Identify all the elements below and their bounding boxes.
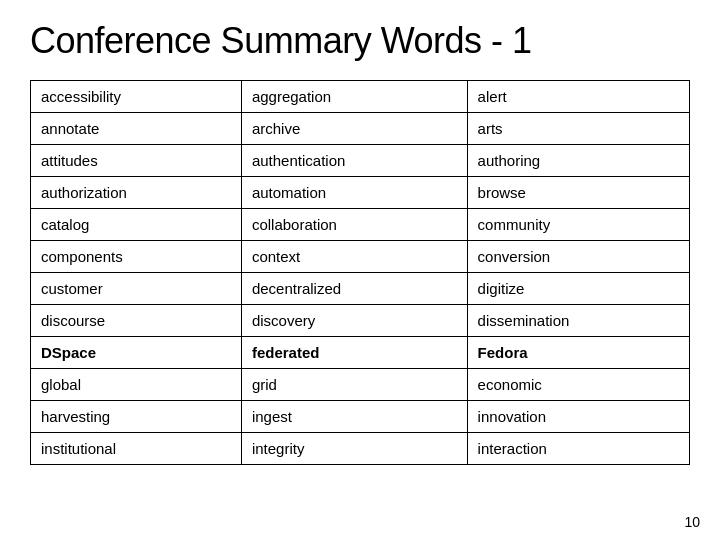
cell-col2: ingest [241, 401, 467, 433]
table-row: annotatearchivearts [31, 113, 690, 145]
table-row: DSpacefederatedFedora [31, 337, 690, 369]
cell-col2: discovery [241, 305, 467, 337]
cell-col3: community [467, 209, 689, 241]
cell-col3: alert [467, 81, 689, 113]
cell-col3: digitize [467, 273, 689, 305]
cell-col3: Fedora [467, 337, 689, 369]
cell-col2: integrity [241, 433, 467, 465]
cell-col2: aggregation [241, 81, 467, 113]
summary-table: accessibilityaggregationalertannotatearc… [30, 80, 690, 465]
cell-col1: harvesting [31, 401, 242, 433]
table-row: attitudesauthenticationauthoring [31, 145, 690, 177]
table-row: accessibilityaggregationalert [31, 81, 690, 113]
cell-col2: automation [241, 177, 467, 209]
cell-col1: annotate [31, 113, 242, 145]
table-row: harvestingingestinnovation [31, 401, 690, 433]
cell-col1: discourse [31, 305, 242, 337]
cell-col3: innovation [467, 401, 689, 433]
table-row: catalogcollaborationcommunity [31, 209, 690, 241]
cell-col2: collaboration [241, 209, 467, 241]
cell-col3: economic [467, 369, 689, 401]
cell-col3: browse [467, 177, 689, 209]
table-row: componentscontextconversion [31, 241, 690, 273]
cell-col2: federated [241, 337, 467, 369]
cell-col2: context [241, 241, 467, 273]
table-row: customerdecentralizeddigitize [31, 273, 690, 305]
page-number: 10 [684, 514, 700, 530]
cell-col1: accessibility [31, 81, 242, 113]
cell-col1: customer [31, 273, 242, 305]
cell-col1: authorization [31, 177, 242, 209]
table-row: institutionalintegrityinteraction [31, 433, 690, 465]
page-title: Conference Summary Words - 1 [30, 20, 690, 62]
cell-col1: institutional [31, 433, 242, 465]
cell-col3: authoring [467, 145, 689, 177]
cell-col2: grid [241, 369, 467, 401]
cell-col3: arts [467, 113, 689, 145]
table-row: authorizationautomationbrowse [31, 177, 690, 209]
cell-col1: components [31, 241, 242, 273]
table-row: discoursediscoverydissemination [31, 305, 690, 337]
cell-col2: archive [241, 113, 467, 145]
cell-col1: catalog [31, 209, 242, 241]
cell-col2: decentralized [241, 273, 467, 305]
cell-col3: conversion [467, 241, 689, 273]
cell-col1: DSpace [31, 337, 242, 369]
table-row: globalgrideconomic [31, 369, 690, 401]
cell-col3: dissemination [467, 305, 689, 337]
cell-col2: authentication [241, 145, 467, 177]
cell-col1: global [31, 369, 242, 401]
cell-col3: interaction [467, 433, 689, 465]
cell-col1: attitudes [31, 145, 242, 177]
